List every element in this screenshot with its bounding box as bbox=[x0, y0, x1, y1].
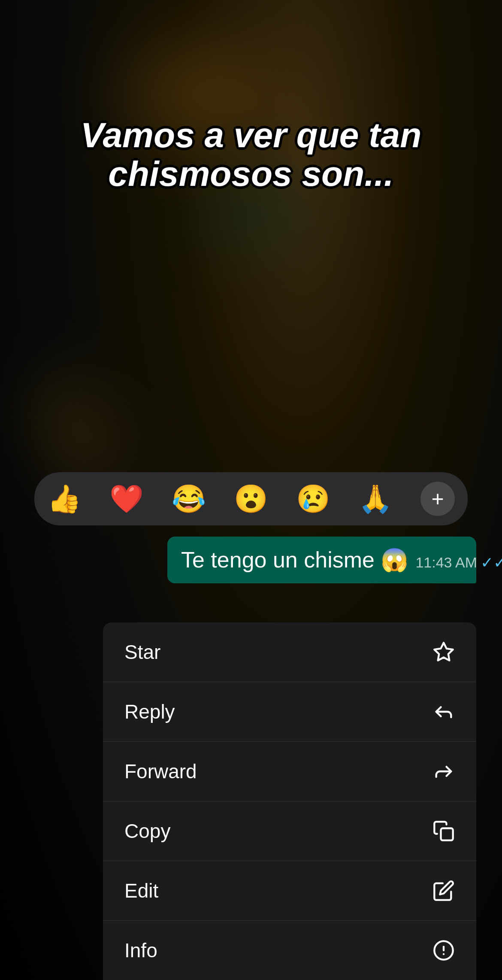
copy-icon bbox=[432, 820, 455, 842]
menu-item-copy-label: Copy bbox=[124, 819, 170, 843]
menu-item-star[interactable]: Star bbox=[103, 622, 476, 682]
emoji-reaction-bar: 👍 ❤️ 😂 😮 😢 🙏 + bbox=[34, 472, 468, 525]
menu-item-copy[interactable]: Copy bbox=[103, 801, 476, 861]
menu-item-info[interactable]: Info bbox=[103, 921, 476, 980]
message-read-ticks: ✓✓ bbox=[481, 554, 502, 572]
forward-icon bbox=[432, 760, 455, 783]
message-meta: 11:43 AM ✓✓ bbox=[415, 554, 502, 572]
menu-item-forward[interactable]: Forward bbox=[103, 742, 476, 801]
chat-area: 👍 ❤️ 😂 😮 😢 🙏 + Te tengo un chisme 😱 11:4… bbox=[0, 0, 502, 980]
emoji-thumbsup[interactable]: 👍 bbox=[47, 483, 82, 515]
message-bubble: Te tengo un chisme 😱 11:43 AM ✓✓ bbox=[167, 537, 476, 583]
menu-item-edit-label: Edit bbox=[124, 879, 158, 902]
emoji-wow[interactable]: 😮 bbox=[234, 483, 268, 515]
emoji-cry[interactable]: 😢 bbox=[296, 483, 330, 515]
emoji-more-button[interactable]: + bbox=[420, 482, 455, 516]
message-text: Te tengo un chisme 😱 bbox=[181, 547, 408, 573]
menu-item-star-label: Star bbox=[124, 640, 160, 664]
menu-item-info-label: Info bbox=[124, 939, 157, 962]
svg-marker-0 bbox=[434, 643, 453, 660]
menu-item-edit[interactable]: Edit bbox=[103, 861, 476, 921]
info-icon bbox=[432, 939, 455, 962]
emoji-pray[interactable]: 🙏 bbox=[358, 483, 393, 515]
emoji-laugh[interactable]: 😂 bbox=[172, 483, 206, 515]
svg-rect-1 bbox=[441, 828, 453, 840]
menu-item-reply[interactable]: Reply bbox=[103, 682, 476, 742]
menu-item-forward-label: Forward bbox=[124, 760, 197, 783]
emoji-heart[interactable]: ❤️ bbox=[109, 483, 144, 515]
edit-icon bbox=[432, 880, 455, 902]
reply-icon bbox=[432, 701, 455, 723]
message-time: 11:43 AM bbox=[415, 554, 477, 571]
star-icon bbox=[432, 641, 455, 663]
context-menu: Star Reply Forward bbox=[103, 622, 476, 980]
menu-item-reply-label: Reply bbox=[124, 700, 175, 723]
